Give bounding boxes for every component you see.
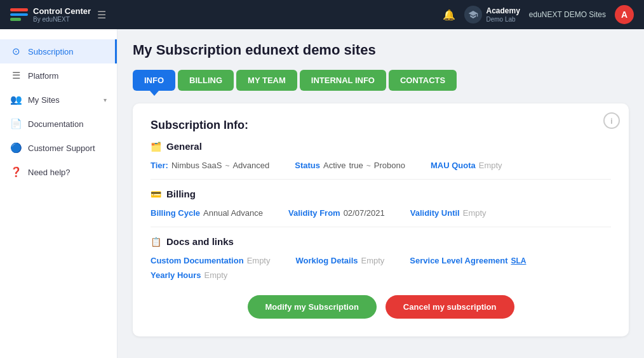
divider-1: [151, 179, 611, 180]
validity-until-value: Empty: [463, 208, 486, 218]
sidebar-item-customer-support[interactable]: 🔵 Customer Support: [0, 136, 117, 160]
tier-dash: ~: [225, 161, 229, 170]
general-info-row: Tier: Nimbus SaaS ~ Advanced Status Acti…: [151, 161, 611, 170]
status-label: Status: [295, 161, 320, 170]
documentation-icon: 📄: [10, 118, 22, 129]
status-field: Status Active true ~ Probono: [295, 161, 405, 170]
docs-icon: 📋: [151, 237, 161, 247]
logo-icon: [10, 8, 28, 21]
yearly-hours-value: Empty: [205, 270, 228, 280]
billing-icon: 💳: [151, 189, 161, 199]
validity-until-label: Validity Until: [410, 208, 460, 218]
nav-left: Control Center By eduNEXT ☰: [10, 6, 106, 23]
tier-field: Tier: Nimbus SaaS ~ Advanced: [151, 161, 269, 170]
sla-field: Service Level Agreement SLA: [410, 256, 526, 265]
tab-info[interactable]: INFO: [133, 70, 175, 91]
need-help-icon: ❓: [10, 166, 22, 178]
sidebar-item-documentation[interactable]: 📄 Documentation: [0, 112, 117, 136]
sidebar-item-mysites[interactable]: 👥 My Sites ▾: [0, 88, 117, 112]
sidebar: ⊙ Subscription ☰ Platform 👥 My Sites ▾ 📄…: [0, 29, 117, 358]
sidebar-item-subscription[interactable]: ⊙ Subscription: [0, 39, 117, 63]
custom-doc-field: Custom Documentation Empty: [151, 256, 270, 265]
tab-myteam[interactable]: MY TEAM: [236, 70, 297, 91]
validity-from-value: 02/07/2021: [344, 208, 385, 218]
docs-section: 📋 Docs and links Custom Documentation Em…: [151, 236, 611, 280]
status-active: Active: [323, 161, 345, 170]
billing-info-row: Billing Cycle Annual Advance Validity Fr…: [151, 208, 611, 218]
app-name: Control Center: [33, 6, 91, 17]
tier-advanced: Advanced: [232, 161, 269, 170]
mau-label: MAU Quota: [431, 161, 476, 170]
layout: ⊙ Subscription ☰ Platform 👥 My Sites ▾ 📄…: [0, 29, 644, 358]
validity-from-label: Validity From: [288, 208, 340, 218]
billing-cycle-field: Billing Cycle Annual Advance: [151, 208, 263, 218]
top-navigation: Control Center By eduNEXT ☰ 🔔 Academy De…: [0, 0, 644, 29]
sidebar-item-need-help[interactable]: ❓ Need help?: [0, 160, 117, 184]
status-true: true: [349, 161, 363, 170]
worklog-value: Empty: [361, 256, 384, 265]
validity-from-field: Validity From 02/07/2021: [288, 208, 385, 218]
main-content: My Subscription edunext demo sites INFO …: [117, 29, 644, 358]
billing-cycle-value: Annual Advance: [203, 208, 263, 218]
tab-internal[interactable]: INTERNAL INFO: [300, 70, 386, 91]
mysites-icon: 👥: [10, 94, 22, 105]
subscription-icon: ⊙: [10, 46, 22, 57]
avatar[interactable]: A: [615, 5, 634, 24]
customer-support-icon: 🔵: [10, 142, 22, 154]
sidebar-label-need-help: Need help?: [28, 168, 70, 177]
billing-cycle-label: Billing Cycle: [151, 208, 200, 218]
docs-info-row-1: Custom Documentation Empty Worklog Detai…: [151, 256, 611, 265]
bell-icon[interactable]: 🔔: [443, 9, 455, 21]
modify-subscription-button[interactable]: Modify my Subscription: [248, 295, 377, 319]
academy-name: Academy: [486, 6, 520, 15]
card-options-button[interactable]: i: [603, 112, 620, 129]
card-section-title: Subscription Info:: [151, 119, 611, 132]
yearly-hours-label: Yearly Hours: [151, 270, 201, 280]
subscription-card: i Subscription Info: 🗂️ General Tier: Ni…: [133, 103, 629, 336]
sites-label: eduNEXT DEMO Sites: [529, 10, 606, 19]
academy-sub: Demo Lab: [486, 16, 520, 23]
worklog-field: Worklog Details Empty: [295, 256, 384, 265]
mau-value: Empty: [479, 161, 502, 170]
tab-contacts[interactable]: CONTACTS: [389, 70, 457, 91]
status-probono: Probono: [374, 161, 405, 170]
docs-info-row-2: Yearly Hours Empty: [151, 270, 611, 280]
tier-label: Tier:: [151, 161, 168, 170]
status-dash: ~: [366, 161, 371, 170]
divider-2: [151, 227, 611, 227]
academy-text-block: Academy Demo Lab: [486, 6, 520, 22]
sidebar-label-subscription: Subscription: [28, 47, 74, 56]
tab-billing[interactable]: BILLING: [178, 70, 234, 91]
billing-section: 💳 Billing Billing Cycle Annual Advance V…: [151, 189, 611, 218]
sidebar-item-platform[interactable]: ☰ Platform: [0, 63, 117, 88]
sla-label: Service Level Agreement: [410, 256, 507, 265]
custom-doc-value: Empty: [247, 256, 271, 265]
sidebar-label-mysites: My Sites: [28, 95, 60, 105]
logo-text-block: Control Center By eduNEXT: [33, 6, 91, 23]
nav-right: 🔔 Academy Demo Lab eduNEXT DEMO Sites A: [443, 5, 634, 24]
academy-block: Academy Demo Lab: [464, 6, 520, 23]
page-title: My Subscription edunext demo sites: [133, 42, 629, 58]
menu-icon[interactable]: ☰: [97, 9, 106, 21]
sidebar-label-documentation: Documentation: [28, 119, 83, 129]
tabs-bar: INFO BILLING MY TEAM INTERNAL INFO CONTA…: [133, 70, 629, 91]
academy-icon: [464, 6, 482, 23]
logo: Control Center By eduNEXT: [10, 6, 91, 23]
platform-icon: ☰: [10, 70, 22, 81]
validity-until-field: Validity Until Empty: [410, 208, 486, 218]
cancel-subscription-button[interactable]: Cancel my subscription: [386, 295, 514, 319]
yearly-hours-field: Yearly Hours Empty: [151, 270, 227, 280]
general-icon: 🗂️: [151, 142, 161, 152]
sidebar-label-platform: Platform: [28, 71, 58, 81]
action-buttons: Modify my Subscription Cancel my subscri…: [151, 295, 611, 319]
tier-value: Nimbus SaaS: [171, 161, 222, 170]
billing-title: 💳 Billing: [151, 189, 611, 199]
docs-title: 📋 Docs and links: [151, 236, 611, 247]
mau-field: MAU Quota Empty: [431, 161, 502, 170]
sla-link[interactable]: SLA: [511, 256, 526, 265]
custom-doc-label: Custom Documentation: [151, 256, 244, 265]
app-sub: By eduNEXT: [33, 16, 91, 23]
worklog-label: Worklog Details: [295, 256, 358, 265]
mysites-arrow: ▾: [104, 96, 107, 103]
general-section: 🗂️ General Tier: Nimbus SaaS ~ Advanced …: [151, 141, 611, 170]
